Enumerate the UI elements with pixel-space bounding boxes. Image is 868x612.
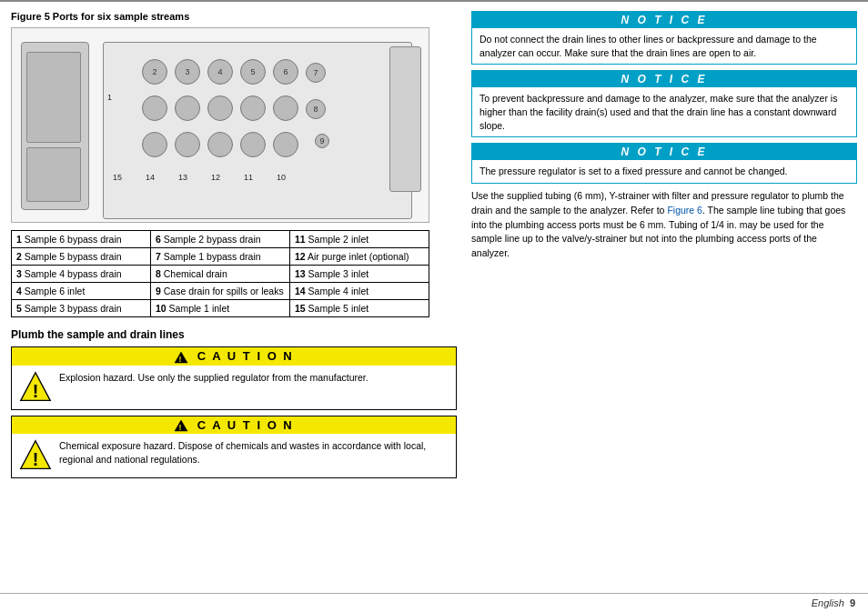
table-cell: 4 Sample 6 inlet (12, 283, 151, 300)
caution-icon-1: ! (174, 351, 188, 364)
table-cell: 12 Air purge inlet (optional) (290, 248, 429, 266)
table-cell: 11 Sample 2 inlet (290, 231, 429, 248)
left-column: Figure 5 Ports for six sample streams 2 … (11, 11, 457, 584)
caution-text-2: Chemical exposure hazard. Dispose of che… (59, 439, 449, 466)
table-cell: 3 Sample 4 bypass drain (12, 266, 151, 283)
figure-container: 2 3 4 5 6 7 1 (11, 27, 429, 223)
caution-text-1: Explosion hazard. Use only the supplied … (59, 371, 368, 385)
table-row: 3 Sample 4 bypass drain 8 Chemical drain… (12, 266, 429, 283)
port-5: 5 (240, 59, 266, 85)
table-row: 5 Sample 3 bypass drain 10 Sample 1 inle… (12, 300, 429, 317)
port-row3-4 (240, 132, 266, 157)
right-column: N O T I C E Do not connect the drain lin… (471, 11, 857, 584)
explosion-hazard-icon: ! (19, 371, 52, 404)
bottom-bar: English 9 (0, 593, 868, 612)
table-row: 1 Sample 6 bypass drain 6 Sample 2 bypas… (12, 231, 429, 248)
figure-title: Figure 5 Ports for six sample streams (11, 11, 457, 22)
label-11: 11 (244, 173, 253, 182)
svg-text:!: ! (179, 423, 184, 432)
notice-box-3: N O T I C E The pressure regulator is se… (471, 143, 857, 184)
table-cell: 1 Sample 6 bypass drain (12, 231, 151, 248)
svg-text:!: ! (33, 449, 39, 469)
table-cell: 5 Sample 3 bypass drain (12, 300, 151, 317)
port-7: 7 (306, 63, 326, 83)
notice-header-1: N O T I C E (472, 12, 856, 28)
ports-panel: 2 3 4 5 6 7 1 (103, 42, 412, 219)
port-2: 2 (142, 59, 167, 85)
notice-box-1: N O T I C E Do not connect the drain lin… (471, 11, 857, 65)
port-row2-2 (175, 95, 200, 121)
table-cell: 15 Sample 5 inlet (290, 300, 429, 317)
port-4: 4 (207, 59, 233, 85)
port-row2-1 (142, 95, 167, 121)
figure6-link[interactable]: Figure 6 (667, 205, 702, 216)
label-12: 12 (211, 173, 220, 182)
caution-header-2: ! C A U T I O N (12, 416, 456, 435)
port-9: 9 (315, 134, 329, 148)
notice-body-2: To prevent backpressure and damage to th… (472, 87, 856, 136)
caution-body-1: ! Explosion hazard. Use only the supplie… (12, 366, 456, 409)
port-row3-5 (273, 132, 298, 157)
chemical-hazard-icon: ! (19, 439, 52, 472)
notice-body-1: Do not connect the drain lines to other … (472, 28, 856, 64)
notice-header-3: N O T I C E (472, 144, 856, 160)
device-left-inner-top (26, 52, 81, 143)
port-row3-1 (142, 132, 167, 157)
caution-icon-2: ! (174, 419, 188, 432)
table-row: 4 Sample 6 inlet 9 Case drain for spills… (12, 283, 429, 300)
port-row3-2 (175, 132, 200, 157)
port-row2-3 (207, 95, 233, 121)
page-number: 9 (850, 597, 855, 608)
port-8: 8 (306, 99, 326, 119)
label-10: 10 (277, 173, 286, 182)
port-1-label: 1 (107, 93, 112, 102)
table-cell: 6 Sample 2 bypass drain (151, 231, 290, 248)
device-left-inner-bottom (26, 147, 81, 202)
svg-text:!: ! (179, 355, 184, 364)
table-row: 2 Sample 5 bypass drain 7 Sample 1 bypas… (12, 248, 429, 266)
table-cell: 14 Sample 4 inlet (290, 283, 429, 300)
table-cell: 10 Sample 1 inlet (151, 300, 290, 317)
ports-table: 1 Sample 6 bypass drain 6 Sample 2 bypas… (11, 230, 429, 317)
language-label: English (812, 597, 844, 608)
caution-box-2: ! C A U T I O N ! Chemical exposure haza… (11, 416, 457, 479)
label-14: 14 (146, 173, 155, 182)
notice-header-2: N O T I C E (472, 71, 856, 87)
table-cell: 8 Chemical drain (151, 266, 290, 283)
label-15: 15 (113, 173, 122, 182)
port-6: 6 (273, 59, 298, 85)
device-left (21, 42, 89, 210)
notice-box-2: N O T I C E To prevent backpressure and … (471, 70, 857, 137)
port-row3-3 (207, 132, 233, 157)
device-right (389, 46, 421, 192)
notice-body-3: The pressure regulator is set to a fixed… (472, 160, 856, 183)
section-title: Plumb the sample and drain lines (11, 328, 457, 341)
svg-text:!: ! (33, 380, 39, 400)
caution-header-1: ! C A U T I O N (12, 347, 456, 366)
table-cell: 13 Sample 3 inlet (290, 266, 429, 283)
table-cell: 7 Sample 1 bypass drain (151, 248, 290, 266)
caution-box-1: ! C A U T I O N ! Explosion hazard. Use … (11, 346, 457, 410)
label-13: 13 (178, 173, 187, 182)
table-cell: 9 Case drain for spills or leaks (151, 283, 290, 300)
caution-body-2: ! Chemical exposure hazard. Dispose of c… (12, 434, 456, 477)
port-row2-5 (273, 95, 298, 121)
right-body-text: Use the supplied tubing (6 mm), Y-strain… (471, 189, 857, 261)
table-cell: 2 Sample 5 bypass drain (12, 248, 151, 266)
content-area: Figure 5 Ports for six sample streams 2 … (0, 2, 868, 593)
page: Figure 5 Ports for six sample streams 2 … (0, 0, 868, 612)
port-3: 3 (175, 59, 200, 85)
port-row2-4 (240, 95, 266, 121)
